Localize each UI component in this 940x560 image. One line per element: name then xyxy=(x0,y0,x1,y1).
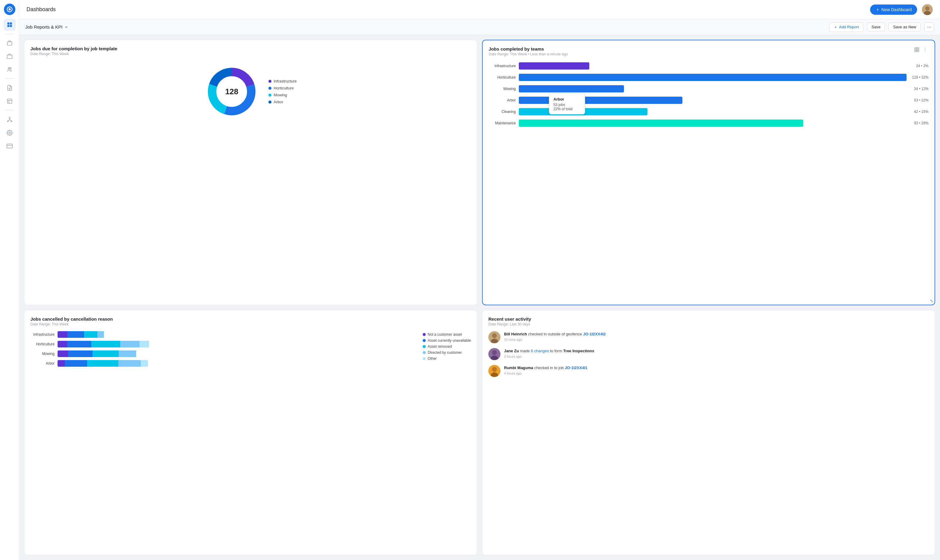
card1-subtitle: Date Range: This Week xyxy=(31,52,471,56)
activity-job-rumbi: JO-1I2XX4I1 xyxy=(565,366,587,370)
svg-rect-4 xyxy=(7,25,9,27)
svg-point-17 xyxy=(11,121,12,122)
sidebar xyxy=(0,0,19,560)
stacked-bars-area: Infrastructure Horticulture xyxy=(31,331,417,370)
activity-text-rumbi: Rumbi Maguma checked in to job JO-1I2XX4… xyxy=(504,365,587,371)
card2-title: Jobs completed by teams xyxy=(488,46,568,51)
donut-legend: Infrastructure Horticulture Mowing xyxy=(268,79,297,104)
card2-header: Jobs completed by teams Date Range: This… xyxy=(488,46,929,61)
save-button[interactable]: Save xyxy=(867,23,885,31)
more-options-button[interactable]: ··· xyxy=(924,22,934,32)
bar-fill-horticulture xyxy=(519,74,906,81)
legend-dot-mowing xyxy=(268,94,271,97)
stacked-fill-infrastructure xyxy=(57,331,124,338)
activity-text-jane: Jane Zu made 6 changes to form Tree Insp… xyxy=(504,348,594,354)
legend-dot-horticulture xyxy=(268,87,271,90)
sidebar-item-pages[interactable] xyxy=(4,95,16,107)
sidebar-item-reports[interactable] xyxy=(4,82,16,94)
legend-dot-arbor xyxy=(268,100,271,103)
activity-time-rumbi: 4 hours ago xyxy=(504,372,587,375)
stacked-fill-arbor xyxy=(57,360,148,367)
cancelled-legend: Not a customer asset Asset currently una… xyxy=(423,332,471,370)
card-jobs-cancelled: Jobs cancelled by cancellation reason Da… xyxy=(24,310,477,555)
stacked-fill-mowing xyxy=(57,351,145,357)
sidebar-divider-1 xyxy=(5,34,14,34)
legend-item-horticulture: Horticulture xyxy=(268,86,297,90)
bar-row-infrastructure: Infrastructure 24 • 2% xyxy=(488,62,929,69)
card-jobs-completion: Jobs due for completion by job template … xyxy=(24,40,477,305)
stacked-label-horticulture: Horticulture xyxy=(31,342,54,346)
card-user-activity: Recent user activity Date Range: Last 30… xyxy=(482,310,935,555)
resize-handle[interactable]: ⤡ xyxy=(930,298,933,303)
activity-user-bill: Bill Heinrich xyxy=(504,332,527,336)
stacked-bar-mowing: Mowing xyxy=(31,351,417,357)
svg-point-1 xyxy=(8,8,11,10)
svg-rect-5 xyxy=(10,25,12,27)
activity-item-bill: Bill Heinrich checked in outside of geof… xyxy=(488,331,929,343)
activity-list: Bill Heinrich checked in outside of geof… xyxy=(488,331,929,377)
subtoolbar: Job Reports & KPI ＋ Add Report Save Save… xyxy=(19,19,940,35)
svg-rect-32 xyxy=(915,48,919,52)
svg-point-44 xyxy=(492,350,497,355)
save-as-button[interactable]: Save as New xyxy=(889,23,921,31)
main-content: Dashboards ＋ New Dashboard Job Reports &… xyxy=(19,0,940,560)
sidebar-item-products[interactable] xyxy=(4,50,16,62)
svg-rect-22 xyxy=(7,144,12,148)
svg-point-25 xyxy=(925,6,929,11)
stacked-label-mowing: Mowing xyxy=(31,352,54,356)
sidebar-item-jobs[interactable] xyxy=(4,37,16,49)
bar-value-mowing: 34 • 12% xyxy=(914,87,929,91)
stacked-label-infrastructure: Infrastructure xyxy=(31,332,54,337)
sidebar-item-teams[interactable] xyxy=(4,63,16,75)
svg-point-41 xyxy=(492,333,497,338)
add-report-button[interactable]: ＋ Add Report xyxy=(829,22,863,32)
bar-row-arbor: Arbor 53 • 22% Arbor 53 jobs 22% of tota… xyxy=(488,97,929,104)
bar-row-horticulture: Horticulture 128 • 32% xyxy=(488,74,929,81)
tooltip-title: Arbor xyxy=(553,97,581,102)
bar-track-infrastructure xyxy=(519,62,911,69)
cancelled-legend-other: Other xyxy=(423,357,471,361)
sidebar-item-settings[interactable] xyxy=(4,127,16,139)
dashboard-name[interactable]: Job Reports & KPI xyxy=(25,25,68,29)
sidebar-divider-3 xyxy=(5,110,14,111)
user-avatar[interactable] xyxy=(922,4,933,15)
donut-center-value: 128 xyxy=(225,87,238,96)
svg-point-16 xyxy=(7,121,8,122)
bar-value-maintenance: 93 • 28% xyxy=(914,121,929,125)
bar-track-horticulture xyxy=(519,74,906,81)
bar-value-infrastructure: 24 • 2% xyxy=(916,64,929,68)
svg-line-19 xyxy=(8,120,10,121)
sidebar-item-dashboard[interactable] xyxy=(4,18,16,31)
card3-subtitle: Date Range: This Week xyxy=(31,322,471,326)
card2-table-icon[interactable] xyxy=(914,46,920,54)
cancelled-legend-unavailable: Asset currently unavailable xyxy=(423,338,471,343)
svg-rect-3 xyxy=(10,23,12,25)
stacked-fill-horticulture xyxy=(57,341,154,348)
activity-content-rumbi: Rumbi Maguma checked in to job JO-1I2XX4… xyxy=(504,365,587,375)
topbar: Dashboards ＋ New Dashboard xyxy=(19,0,940,19)
bar-track-maintenance xyxy=(519,120,909,127)
tooltip-pct: 22% of total xyxy=(553,107,581,111)
activity-avatar-rumbi xyxy=(488,365,501,377)
add-report-plus-icon: ＋ xyxy=(834,25,838,30)
bar-track-mowing xyxy=(519,85,909,92)
new-dashboard-button[interactable]: ＋ New Dashboard xyxy=(870,5,917,15)
bar-label-infrastructure: Infrastructure xyxy=(488,64,516,68)
dashboard-grid: Jobs due for completion by job template … xyxy=(19,35,940,560)
legend-dot-infrastructure xyxy=(268,80,271,83)
activity-content-bill: Bill Heinrich checked in outside of geof… xyxy=(504,331,606,342)
new-dashboard-label: New Dashboard xyxy=(881,7,912,12)
app-logo[interactable] xyxy=(4,4,15,15)
card3-title: Jobs cancelled by cancellation reason xyxy=(31,317,471,322)
sidebar-divider-2 xyxy=(5,78,14,79)
sidebar-item-billing[interactable] xyxy=(4,140,16,152)
activity-avatar-jane xyxy=(488,348,501,360)
legend-item-infrastructure: Infrastructure xyxy=(268,79,297,83)
sidebar-item-integrations[interactable] xyxy=(4,114,16,126)
card-jobs-teams: Jobs completed by teams Date Range: This… xyxy=(482,40,935,305)
cancelled-legend-removed: Asset removed xyxy=(423,345,471,349)
plus-icon: ＋ xyxy=(875,7,880,12)
svg-rect-7 xyxy=(7,55,12,59)
activity-item-jane: Jane Zu made 6 changes to form Tree Insp… xyxy=(488,348,929,360)
card2-more-icon[interactable] xyxy=(922,46,929,54)
